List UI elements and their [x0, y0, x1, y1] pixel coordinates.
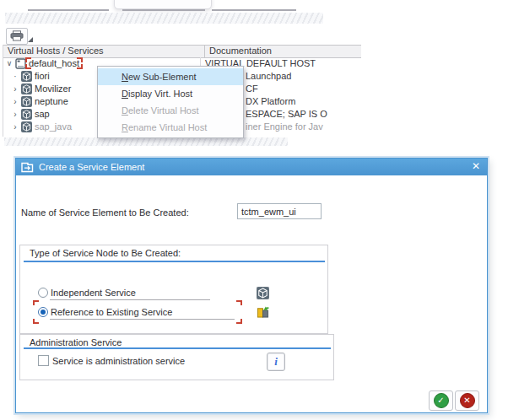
radio-unselected-icon[interactable] — [38, 288, 48, 298]
admin-checkbox-label: Service is administration service — [52, 356, 185, 366]
table-header: Virtual Hosts / Services Documentation — [3, 45, 361, 58]
service-cube-icon — [257, 287, 269, 299]
expander-open-icon[interactable]: ∨ — [5, 57, 14, 70]
context-menu: New Sub-Element Display Virt. Host Delet… — [97, 66, 244, 138]
confirm-button[interactable]: ✓ — [429, 390, 453, 411]
printer-icon — [10, 30, 24, 43]
check-icon: ✓ — [434, 393, 449, 408]
documentation-cell: iner Engine for Jav — [244, 121, 363, 133]
x-icon: ✕ — [460, 393, 475, 408]
create-dialog-icon — [21, 162, 34, 173]
dialog-titlebar[interactable]: Create a Service Element ✕ — [16, 159, 487, 175]
dialog-title: Create a Service Element — [39, 162, 144, 172]
info-icon: i — [274, 355, 278, 369]
expander-closed-icon[interactable]: › — [11, 121, 19, 133]
expander-closed-icon[interactable]: › — [11, 108, 19, 121]
service-element-name-input[interactable] — [237, 203, 322, 219]
tree-node-default-host[interactable]: default_host — [26, 58, 82, 68]
menu-item-rename-virtual-host: Rename Virtual Host — [98, 119, 243, 136]
service-cube-icon — [21, 83, 32, 94]
menu-item-delete-virtual-host: Delete Virtual Host — [98, 102, 243, 119]
leaf-bullet-icon: · — [11, 70, 19, 83]
close-icon[interactable]: ✕ — [472, 160, 480, 172]
field-underline — [50, 299, 210, 300]
create-service-element-dialog: Create a Service Element ✕ Name of Servi… — [15, 158, 488, 413]
group-accent-line — [24, 347, 331, 349]
admin-service-checkbox[interactable] — [38, 355, 49, 366]
group-accent-line — [24, 261, 325, 262]
tree-node-fiori[interactable]: fiori — [32, 70, 52, 83]
type-group-title: Type of Service Node to Be Created: — [30, 248, 181, 258]
documentation-cell: DX Platform — [244, 95, 363, 108]
expander-closed-icon[interactable]: › — [11, 83, 19, 95]
tree-node-neptune[interactable]: neptune — [32, 95, 71, 108]
cancel-button[interactable]: ✕ — [455, 390, 479, 411]
divider-line — [28, 9, 109, 11]
service-cube-icon — [21, 71, 32, 82]
print-dropdown-arrow[interactable] — [28, 37, 33, 42]
info-button[interactable]: i — [267, 353, 285, 371]
hatched-strip — [4, 137, 288, 146]
column-header-documentation[interactable]: Documentation — [205, 46, 361, 57]
reference-service-icon — [257, 305, 269, 318]
column-header-virtual-hosts[interactable]: Virtual Hosts / Services — [3, 46, 205, 57]
divider-line — [212, 9, 296, 11]
divider-line — [122, 9, 205, 11]
screen: Virtual Hosts / Services Documentation ∨… — [0, 0, 508, 420]
hatched-strip — [5, 13, 323, 24]
tree-node-sap[interactable]: sap — [32, 108, 52, 121]
type-group-box: Type of Service Node to Be Created: Inde… — [19, 245, 328, 334]
service-cube-icon — [21, 96, 32, 107]
popup-fragment — [114, 0, 212, 9]
service-cube-icon — [21, 109, 32, 120]
virtual-host-icon — [15, 58, 26, 69]
documentation-cell: Launchpad — [244, 70, 363, 83]
name-field-label: Name of Service Element to Be Created: — [21, 207, 189, 218]
documentation-cell: ESPACE; SAP IS O — [244, 108, 363, 121]
documentation-cell: CF — [244, 83, 363, 95]
admin-group-title: Administration Service — [30, 337, 122, 347]
expander-closed-icon[interactable]: › — [11, 95, 19, 108]
print-button[interactable] — [6, 28, 28, 45]
menu-item-display-virt-host[interactable]: Display Virt. Host — [98, 85, 243, 102]
tree-node-sap-java[interactable]: sap_java — [32, 121, 74, 133]
tree-node-movilizer[interactable]: Movilizer — [32, 83, 73, 95]
service-cube-icon — [21, 121, 32, 132]
menu-item-new-sub-element[interactable]: New Sub-Element — [98, 68, 243, 85]
focus-frame — [34, 301, 241, 323]
admin-group-box: Administration Service Service is admini… — [19, 334, 334, 380]
radio-independent-service[interactable]: Independent Service — [38, 286, 136, 299]
